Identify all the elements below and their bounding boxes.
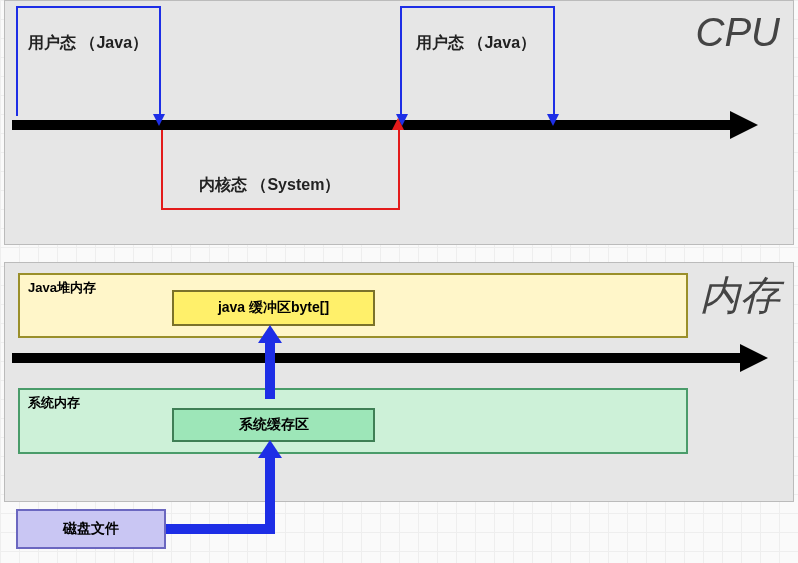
memory-title: 内存 bbox=[700, 268, 780, 323]
flow-arrow-segment bbox=[265, 452, 275, 529]
system-memory-label: 系统内存 bbox=[28, 394, 80, 412]
user-mode-1-bracket bbox=[16, 6, 161, 116]
disk-file-box: 磁盘文件 bbox=[16, 509, 166, 549]
java-buffer-box: java 缓冲区byte[] bbox=[172, 290, 375, 326]
java-heap-label: Java堆内存 bbox=[28, 279, 96, 297]
system-cache-box: 系统缓存区 bbox=[172, 408, 375, 442]
arrow-up-icon bbox=[258, 440, 282, 458]
memory-timeline-arrow-icon bbox=[740, 344, 768, 372]
user-mode-1-label: 用户态 （Java） bbox=[28, 33, 148, 54]
disk-file-label: 磁盘文件 bbox=[63, 520, 119, 538]
arrow-down-icon bbox=[153, 114, 165, 126]
user-mode-2-bracket bbox=[400, 6, 555, 116]
cpu-title: CPU bbox=[696, 10, 780, 55]
arrow-up-icon bbox=[258, 325, 282, 343]
memory-timeline bbox=[12, 353, 742, 363]
arrow-down-icon bbox=[547, 114, 559, 126]
java-buffer-label: java 缓冲区byte[] bbox=[218, 299, 329, 317]
system-cache-label: 系统缓存区 bbox=[239, 416, 309, 434]
flow-arrow-segment bbox=[265, 336, 275, 399]
user-mode-2-label: 用户态 （Java） bbox=[416, 33, 536, 54]
cpu-timeline bbox=[12, 120, 732, 130]
kernel-mode-label: 内核态 （System） bbox=[199, 175, 340, 196]
cpu-timeline-arrow-icon bbox=[730, 111, 758, 139]
arrow-up-icon bbox=[392, 118, 404, 130]
kernel-mode-bracket bbox=[161, 130, 400, 210]
flow-arrow-segment bbox=[166, 524, 275, 534]
